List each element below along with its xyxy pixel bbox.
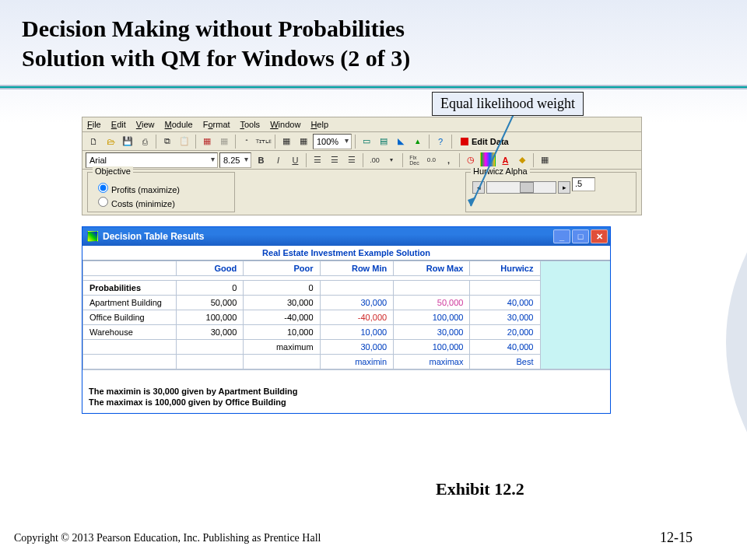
table-row: Warehouse 30,000 10,000 10,000 30,000 20… bbox=[83, 325, 611, 340]
align-right-icon[interactable]: ☰ bbox=[344, 152, 359, 168]
col-hurwicz: Hurwicz bbox=[470, 261, 540, 276]
align-center-icon[interactable]: ☰ bbox=[327, 152, 342, 168]
table-icon[interactable]: ▦ bbox=[537, 152, 552, 168]
clock-icon[interactable]: ◷ bbox=[463, 152, 479, 168]
title-line-1: Decision Making without Probabilities bbox=[22, 16, 405, 41]
new-icon[interactable]: 🗋 bbox=[86, 134, 101, 149]
screen-icon[interactable]: ▭ bbox=[359, 134, 374, 149]
italic-button[interactable]: I bbox=[270, 152, 286, 168]
callout-equal-likelihood: Equal likelihood weight bbox=[432, 92, 584, 116]
hurwicz-title: Hurwicz Alpha bbox=[471, 166, 530, 176]
title-icon[interactable]: Tɪᴛʟᴇ bbox=[256, 134, 272, 149]
menu-tools[interactable]: Tools bbox=[240, 120, 260, 129]
criteria-row: maximin maximax Best bbox=[83, 355, 611, 369]
toolbar-standard: 🗋 🗁 💾 ⎙ ⧉ 📋 ▦ ▦ “ Tɪᴛʟᴇ ▦ ▦ 100% ▭ ▤ ◣ ▴… bbox=[82, 132, 642, 151]
menubar[interactable]: File Edit View Module Format Tools Windo… bbox=[82, 117, 642, 132]
grid-icon[interactable]: ▦ bbox=[199, 134, 215, 149]
comma-button[interactable]: , bbox=[440, 152, 456, 168]
fixdec-button[interactable]: FixDec bbox=[406, 152, 422, 168]
open-icon[interactable]: 🗁 bbox=[103, 134, 118, 149]
table-row: Probabilities 0 0 bbox=[83, 281, 611, 296]
divider-band bbox=[0, 85, 747, 89]
maximize-button[interactable]: □ bbox=[572, 229, 589, 243]
zoom-combo[interactable]: 100% bbox=[313, 134, 352, 149]
menu-edit[interactable]: Edit bbox=[111, 120, 126, 129]
menu-file[interactable]: File bbox=[87, 120, 101, 129]
text-color-icon[interactable]: A bbox=[497, 152, 513, 168]
results-window: Decision Table Results _ □ ✕ Real Estate… bbox=[82, 226, 611, 414]
decorative-arcs bbox=[638, 202, 747, 482]
slide-title: Decision Making without Probabilities So… bbox=[0, 0, 747, 77]
table-row: Office Building 100,000 -40,000 -40,000 … bbox=[83, 310, 611, 325]
underline-button[interactable]: U bbox=[287, 152, 303, 168]
copyright-text: Copyright © 2013 Pearson Education, Inc.… bbox=[14, 532, 321, 544]
results-notes: The maximin is 30,000 given by Apartment… bbox=[82, 369, 610, 413]
cal2-icon[interactable]: ▦ bbox=[296, 134, 311, 149]
col-poor: Poor bbox=[244, 261, 320, 276]
radio-profits[interactable]: Profits (maximize) bbox=[94, 180, 228, 194]
alpha-scroll-right[interactable]: ▸ bbox=[558, 181, 570, 194]
table-row: Apartment Building 50,000 30,000 30,000 … bbox=[83, 296, 611, 310]
qm-screenshot: File Edit View Module Format Tools Windo… bbox=[82, 117, 642, 414]
radio-costs[interactable]: Costs (minimize) bbox=[94, 194, 228, 208]
alpha-scroll-track[interactable] bbox=[486, 181, 556, 194]
title-line-2: Solution with QM for Windows (2 of 3) bbox=[22, 45, 410, 71]
col-rowmax: Row Max bbox=[394, 261, 470, 276]
menu-help[interactable]: Help bbox=[310, 120, 328, 129]
objective-title: Objective bbox=[93, 166, 133, 176]
help-icon[interactable]: ? bbox=[433, 134, 448, 149]
save-icon[interactable]: 💾 bbox=[120, 134, 135, 149]
objective-group: Objective Profits (maximize) Costs (mini… bbox=[87, 172, 235, 212]
decision-table: Good Poor Row Min Row Max Hurwicz Probab… bbox=[82, 261, 610, 369]
print-icon[interactable]: ⎙ bbox=[137, 134, 153, 149]
note-maximin: The maximin is 30,000 given by Apartment… bbox=[89, 386, 604, 397]
page-number: 12-15 bbox=[660, 530, 693, 546]
hurwicz-group: Hurwicz Alpha ◂ ▸ .5 bbox=[465, 172, 637, 212]
fill-color-icon[interactable]: ◆ bbox=[514, 152, 530, 168]
exhibit-label: Exhibit 12.2 bbox=[436, 479, 524, 499]
menu-format[interactable]: Format bbox=[203, 120, 230, 129]
calc-icon[interactable]: ▤ bbox=[376, 134, 391, 149]
alpha-value: .5 bbox=[572, 177, 595, 191]
align-left-icon[interactable]: ☰ bbox=[310, 152, 325, 168]
font-combo[interactable]: Arial bbox=[86, 152, 218, 168]
alpha-scroll-thumb[interactable] bbox=[520, 182, 534, 193]
bold-button[interactable]: B bbox=[253, 152, 268, 168]
summary-row: maximum 30,000 100,000 40,000 bbox=[83, 340, 611, 355]
minimize-button[interactable]: _ bbox=[553, 229, 570, 243]
close-button[interactable]: ✕ bbox=[591, 229, 608, 243]
toolbar-format: Arial 8.25 B I U ☰ ☰ ☰ .00 ▾ FixDec 0.0 … bbox=[82, 151, 642, 170]
app-icon bbox=[87, 231, 98, 242]
col-blank bbox=[83, 261, 177, 276]
menu-window[interactable]: Window bbox=[270, 120, 300, 129]
size-combo[interactable]: 8.25 bbox=[219, 152, 251, 168]
menu-module[interactable]: Module bbox=[165, 120, 193, 129]
table-caption: Real Estate Investment Example Solution bbox=[82, 246, 610, 261]
colors-icon[interactable] bbox=[480, 152, 496, 168]
chart-icon[interactable]: ◣ bbox=[393, 134, 409, 149]
menu-view[interactable]: View bbox=[136, 120, 155, 129]
chevron-down-icon[interactable]: ▾ bbox=[384, 152, 399, 168]
col-good: Good bbox=[177, 261, 244, 276]
quote-icon[interactable]: “ bbox=[239, 134, 254, 149]
window-title: Decision Table Results bbox=[103, 231, 204, 242]
paste-icon[interactable]: 📋 bbox=[177, 134, 192, 149]
edit-data-button[interactable]: Edit Data bbox=[455, 135, 514, 148]
tree-icon[interactable]: ▴ bbox=[410, 134, 426, 149]
decimal-button[interactable]: .00 bbox=[366, 152, 382, 168]
cal1-icon[interactable]: ▦ bbox=[279, 134, 294, 149]
alpha-scroll-left[interactable]: ◂ bbox=[472, 181, 485, 194]
grid2-icon[interactable]: ▦ bbox=[216, 134, 232, 149]
note-maximax: The maximax is 100,000 given by Office B… bbox=[89, 397, 604, 408]
copy-icon[interactable]: ⧉ bbox=[160, 134, 175, 149]
zerozero-button[interactable]: 0.0 bbox=[423, 152, 439, 168]
col-rowmin: Row Min bbox=[320, 261, 394, 276]
